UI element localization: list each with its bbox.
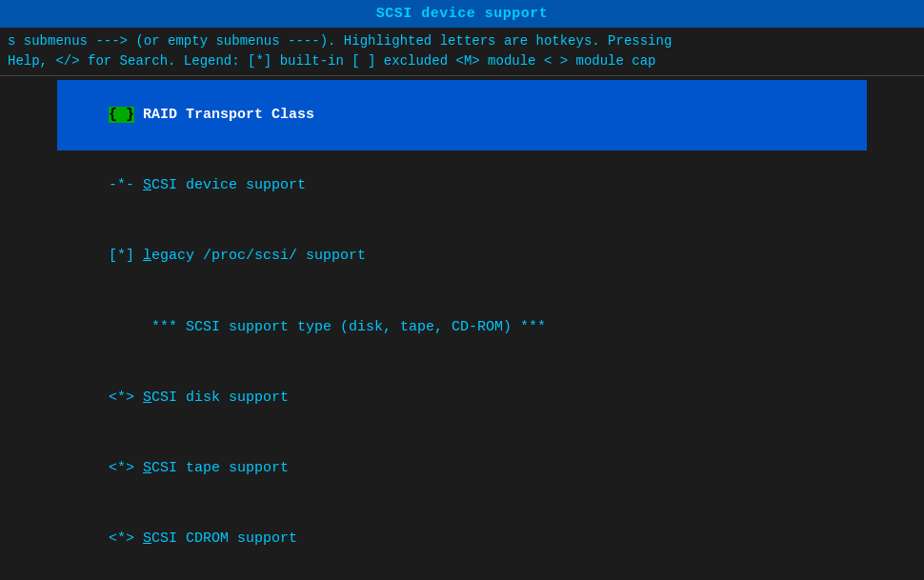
- hotkey-S-cdrom: S: [143, 530, 151, 547]
- title-bar: SCSI device support: [0, 0, 924, 28]
- help-line-1: s submenus ---> (or empty submenus ----)…: [8, 31, 916, 51]
- help-line-2: Help, </> for Search. Legend: [*] built-…: [8, 51, 916, 71]
- menu-item-scsi-cdrom[interactable]: <*> SCSI CDROM support: [57, 505, 867, 575]
- hotkey-S-tape: S: [143, 460, 151, 476]
- menu-item-scsi-device-support[interactable]: -*- SCSI device support: [57, 150, 867, 221]
- menu-item-scsi-tape[interactable]: <*> SCSI tape support: [57, 433, 867, 504]
- menu-area: { } RAID Transport Class -*- SCSI device…: [0, 76, 924, 580]
- menu-item-scsi-disk[interactable]: <*> SCSI disk support: [57, 363, 867, 433]
- curly-bracket-close: }: [126, 107, 134, 123]
- title-text: SCSI device support: [376, 6, 549, 22]
- menu-item-raid-transport[interactable]: { } RAID Transport Class: [57, 80, 867, 150]
- hotkey-S: S: [143, 177, 151, 193]
- hotkey-S-disk: S: [143, 390, 151, 406]
- help-text: s submenus ---> (or empty submenus ----)…: [0, 28, 924, 76]
- app: SCSI device support s submenus ---> (or …: [0, 0, 924, 580]
- curly-bracket-space: [117, 107, 126, 123]
- curly-bracket-open: {: [109, 107, 117, 123]
- menu-item-legacy-proc[interactable]: [*] legacy /proc/scsi/ support: [57, 222, 867, 292]
- menu-item-scsi-support-type: *** SCSI support type (disk, tape, CD-RO…: [57, 292, 867, 363]
- menu-item-enable-vendor[interactable]: [*] Enable vendor-specific extensions (f…: [57, 575, 867, 580]
- raid-label: RAID Transport Class: [134, 107, 314, 123]
- hotkey-l: l: [143, 248, 151, 264]
